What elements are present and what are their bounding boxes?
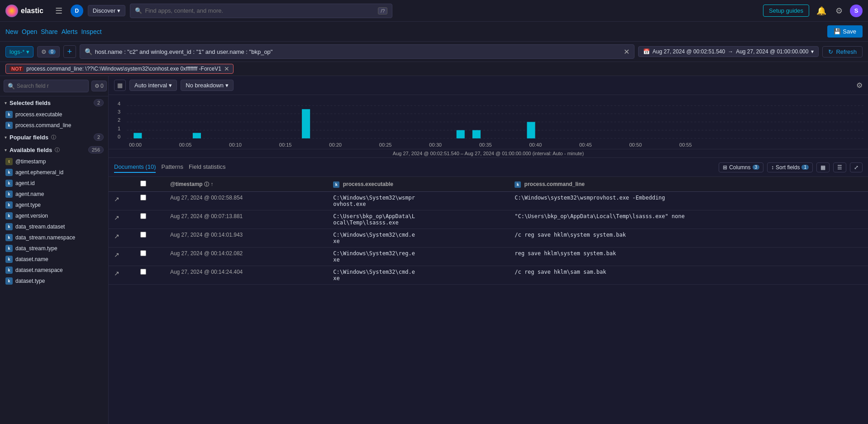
sidebar: 🔍 ⚙ 0 ▾ Selected fields 2 k process.exe xyxy=(0,76,109,424)
th-timestamp[interactable]: @timestamp ⓘ ↑ xyxy=(166,177,329,192)
list-item[interactable]: k dataset.namespace xyxy=(0,265,108,276)
list-item[interactable]: k agent.ephemeral_id xyxy=(0,167,108,178)
th-process-command-line[interactable]: k process.command_line xyxy=(510,177,868,192)
row-expand-button[interactable]: ↗ xyxy=(113,213,120,222)
setup-guides-button[interactable]: Setup guides xyxy=(763,5,809,17)
sidebar-filter-button[interactable]: ⚙ 0 xyxy=(91,81,107,91)
date-range-picker[interactable]: 📅 Aug 27, 2024 @ 00:02:51.540 → Aug 27, … xyxy=(638,46,819,57)
available-fields-list: t @timestamp k agent.ephemeral_id k agen… xyxy=(0,156,108,286)
clear-query-button[interactable]: ✕ xyxy=(624,48,630,56)
tab-field-statistics[interactable]: Field statistics xyxy=(189,162,226,173)
popular-fields-count: 2 xyxy=(94,133,104,141)
data-view-selector[interactable]: logs-* ▾ xyxy=(5,46,33,57)
search-icon: 🔍 xyxy=(85,48,92,55)
list-item[interactable]: k agent.type xyxy=(0,200,108,210)
interval-selector-button[interactable]: Auto interval ▾ xyxy=(129,80,177,91)
row-timestamp: Aug 27, 2024 @ 00:14:01.943 xyxy=(166,229,329,248)
inspect-button[interactable]: Inspect xyxy=(81,28,101,35)
columns-button[interactable]: ⊞ Columns 3 xyxy=(719,162,763,172)
refresh-label: Refresh xyxy=(836,48,857,55)
settings-icon[interactable]: ⚙ xyxy=(834,4,844,18)
list-item[interactable]: k process.executable xyxy=(0,109,108,120)
histogram-toggle-button[interactable]: ▦ xyxy=(114,80,126,91)
second-nav-left: New Open Share Alerts Inspect xyxy=(5,28,102,35)
view-options-button[interactable]: ▦ xyxy=(816,162,830,172)
field-name: data_stream.namespace xyxy=(15,234,75,241)
share-button[interactable]: Share xyxy=(41,28,57,35)
row-checkbox[interactable] xyxy=(140,269,146,275)
interval-label: Auto interval xyxy=(134,82,167,89)
list-item[interactable]: k data_stream.namespace xyxy=(0,232,108,243)
global-search-input[interactable] xyxy=(145,7,378,14)
search-icon: 🔍 xyxy=(135,7,142,14)
svg-text:3: 3 xyxy=(118,109,120,114)
svg-text:00:55: 00:55 xyxy=(679,142,692,148)
field-search-input[interactable] xyxy=(17,83,85,89)
list-item[interactable]: k agent.name xyxy=(0,189,108,200)
list-item[interactable]: k agent.id xyxy=(0,178,108,189)
chevron-icon: ▾ xyxy=(5,135,7,140)
list-item[interactable]: k agent.version xyxy=(0,210,108,221)
elastic-logo[interactable]: elastic xyxy=(5,5,43,17)
refresh-button[interactable]: ↻ Refresh xyxy=(822,46,863,57)
row-checkbox[interactable] xyxy=(140,250,146,256)
alerts-button[interactable]: Alerts xyxy=(62,28,78,35)
available-fields-title: Available fields xyxy=(10,147,52,153)
tab-documents[interactable]: Documents (10) xyxy=(114,162,156,173)
chart-settings-button[interactable]: ⚙ xyxy=(856,81,863,90)
field-type-icon: k xyxy=(5,180,13,187)
new-button[interactable]: New xyxy=(5,28,18,35)
filter-options-button[interactable]: ⚙ 0 xyxy=(37,46,60,57)
data-view-label: logs-* xyxy=(10,48,24,55)
popular-fields-header[interactable]: ▾ Popular fields ⓘ 2 xyxy=(0,131,108,143)
list-item[interactable]: k data_stream.dataset xyxy=(0,221,108,232)
row-checkbox[interactable] xyxy=(140,195,146,200)
info-icon: ⓘ xyxy=(204,181,209,187)
expand-view-button[interactable]: ⤢ xyxy=(850,162,863,172)
columns-icon: ⊞ xyxy=(723,164,727,171)
chart-controls: ▦ Auto interval ▾ No breakdown ▾ ⚙ xyxy=(109,76,868,95)
th-process-executable[interactable]: k process.executable xyxy=(329,177,510,192)
svg-text:00:10: 00:10 xyxy=(229,142,242,148)
row-expand-button[interactable]: ↗ xyxy=(113,232,120,241)
list-item[interactable]: k dataset.name xyxy=(0,254,108,265)
field-type-icon: k xyxy=(5,191,13,198)
row-command-line: "C:\Users\bkp_op\AppData\Local\Temp\lsas… xyxy=(510,210,868,229)
row-expand-button[interactable]: ↗ xyxy=(113,269,120,278)
view-toggle-button[interactable]: ☰ xyxy=(833,162,846,172)
available-fields-header[interactable]: ▾ Available fields ⓘ 256 xyxy=(0,143,108,156)
list-item[interactable]: k dataset.type xyxy=(0,276,108,286)
field-name: agent.id xyxy=(15,180,35,186)
svg-text:0: 0 xyxy=(118,134,120,139)
svg-text:00:05: 00:05 xyxy=(179,142,192,148)
list-item[interactable]: k data_stream.type xyxy=(0,243,108,254)
row-expand-button[interactable]: ↗ xyxy=(113,250,120,259)
select-all-checkbox[interactable] xyxy=(140,181,146,186)
expand-icon: ⤢ xyxy=(854,164,858,171)
elastic-wordmark: elastic xyxy=(21,7,43,15)
filter-icon: ⚙ xyxy=(95,83,100,89)
list-item[interactable]: t @timestamp xyxy=(0,156,108,167)
svg-text:00:15: 00:15 xyxy=(279,142,292,148)
available-fields-count: 256 xyxy=(88,146,104,153)
open-button[interactable]: Open xyxy=(22,28,37,35)
row-executable: C:\Users\bkp_op\AppData\Local\Temp\lsass… xyxy=(329,210,510,229)
discover-app-button[interactable]: Discover ▾ xyxy=(88,5,126,16)
filter-tag-close-button[interactable]: ✕ xyxy=(224,65,229,72)
save-button[interactable]: 💾 Save xyxy=(827,25,863,38)
row-expand-button[interactable]: ↗ xyxy=(113,195,120,204)
add-filter-button[interactable]: + xyxy=(63,45,76,58)
data-table: @timestamp ⓘ ↑ k process.executable k pr… xyxy=(109,177,868,424)
row-checkbox[interactable] xyxy=(140,232,146,238)
user-avatar[interactable]: S xyxy=(850,5,863,17)
notifications-icon[interactable]: 🔔 xyxy=(815,4,828,18)
tab-patterns[interactable]: Patterns xyxy=(161,162,183,173)
breakdown-selector-button[interactable]: No breakdown ▾ xyxy=(181,80,234,91)
columns-count-badge: 3 xyxy=(753,165,760,170)
selected-fields-header[interactable]: ▾ Selected fields 2 xyxy=(0,96,108,109)
sort-fields-button[interactable]: ↕ Sort fields 1 xyxy=(767,162,813,172)
chevron-down-icon: ▾ xyxy=(169,82,172,89)
row-checkbox[interactable] xyxy=(140,213,146,219)
list-item[interactable]: k process.command_line xyxy=(0,120,108,131)
hamburger-menu-button[interactable]: ☰ xyxy=(52,4,66,18)
